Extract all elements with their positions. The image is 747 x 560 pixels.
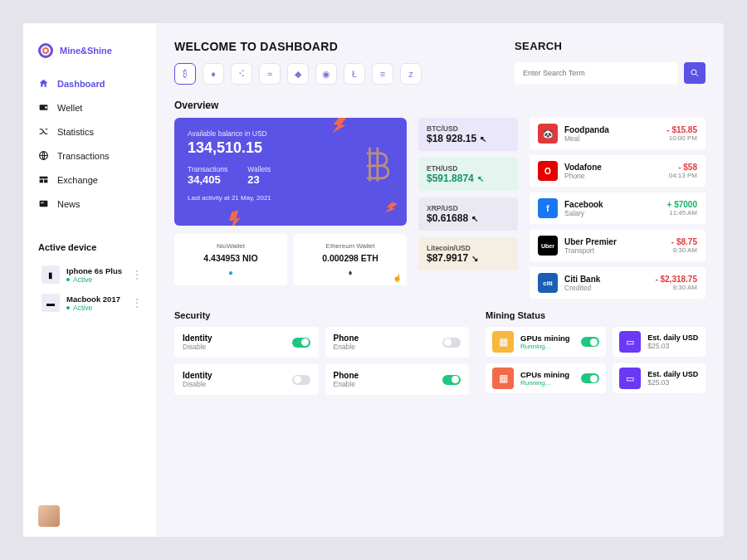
nav-news[interactable]: News	[38, 198, 146, 209]
tx-row[interactable]: 🐼FoodpandaMeal- $15.8510:00 PM	[530, 118, 706, 149]
tx-cat: Transport	[564, 246, 665, 255]
trend-up-icon: ↖	[480, 134, 486, 144]
tx-name: Foodpanda	[564, 125, 660, 134]
pair-eth[interactable]: ETH/USD $591.8874↖	[418, 158, 518, 191]
brand-logo-icon	[38, 43, 53, 58]
search-input[interactable]	[515, 62, 677, 84]
search-button[interactable]	[684, 62, 706, 84]
security-card[interactable]: IdentityDisable	[174, 327, 319, 358]
nav-exchange[interactable]: Exchange	[38, 174, 146, 185]
toggle[interactable]	[442, 375, 461, 385]
nav-label: Exchange	[57, 175, 98, 185]
wallet-value: 0.000298 ETH	[302, 253, 398, 263]
tx-cat: Meal	[564, 134, 660, 143]
brand-icon: Uber	[538, 236, 558, 256]
wallet-card-nio[interactable]: NioWallet 4.434953 NIO ●	[174, 234, 287, 285]
store-icon	[38, 174, 49, 185]
pair-value: $0.61688	[427, 212, 468, 224]
toggle[interactable]	[292, 338, 310, 348]
cash-icon: ▭	[619, 331, 641, 353]
pair-label: XRP/USD	[427, 204, 510, 212]
brand-icon: 🐼	[538, 124, 558, 144]
pair-label: ETH/USD	[427, 164, 510, 173]
security-card[interactable]: IdentityDisable	[174, 364, 319, 395]
pair-xrp[interactable]: XRP/USD $0.61688↖	[418, 197, 518, 231]
toggle[interactable]	[581, 373, 599, 383]
coin-chip-ltc[interactable]: Ł	[344, 63, 365, 85]
pair-ltc[interactable]: Litecoin/USD $87.9917↘	[418, 237, 518, 270]
nav-wallet[interactable]: Wellet	[38, 102, 146, 113]
mining-est-card[interactable]: ▭Est. daily USD$25.03	[613, 363, 706, 393]
device-item[interactable]: ▮ Iphone 6s Plus Active ⋮	[38, 261, 146, 289]
nav: Dashboard Wellet Statistics Transactions…	[38, 78, 146, 209]
nav-dashboard[interactable]: Dashboard	[38, 78, 146, 89]
coin-chip-share[interactable]: ⠪	[231, 63, 252, 85]
bolt-icon	[227, 210, 242, 226]
coin-chip-z[interactable]: z	[400, 63, 422, 85]
trend-up-icon: ↖	[471, 214, 478, 223]
security-name: Phone	[334, 371, 443, 380]
coin-chip-gem[interactable]: ◆	[287, 63, 309, 85]
toggle[interactable]	[581, 337, 599, 347]
tx-name: Uber Premier	[564, 237, 665, 246]
wallet-card-eth[interactable]: Ethereum Wallet 0.000298 ETH ♦ ☝	[294, 234, 407, 285]
brand: Mine&Shine	[38, 43, 146, 58]
tx-row[interactable]: OVodafonePhone- $5804:13 PM	[530, 155, 706, 187]
tx-time: 8:30 AM	[671, 246, 697, 254]
device-status: Active	[66, 304, 124, 312]
balance-label: Available balance in USD	[188, 129, 393, 138]
tx-time: 10:00 PM	[666, 134, 697, 142]
tx-row[interactable]: UberUber PremierTransport- $8.758:30 AM	[530, 230, 706, 261]
security-card[interactable]: PhoneEnable	[325, 364, 470, 395]
pair-value: $18 928.15	[427, 133, 476, 144]
welcome-title: WELCOME TO DASHBOARD	[174, 40, 481, 53]
mining-gpu-card[interactable]: ▦GPUs miningRunning...	[486, 327, 606, 357]
wallet-name: Ethereum Wallet	[302, 242, 398, 250]
security-sub: Disable	[183, 343, 292, 351]
wallet-name: NioWallet	[183, 242, 279, 250]
more-icon[interactable]: ⋮	[131, 273, 143, 276]
status-dot-icon	[66, 278, 70, 281]
device-item[interactable]: ▬ Macbook 2017 Active ⋮	[38, 289, 146, 317]
mining-heading: Mining Status	[486, 310, 706, 320]
security-card[interactable]: PhoneEnable	[325, 327, 470, 358]
balance-card[interactable]: Available balance in USD 134,510.15 Tran…	[174, 118, 407, 226]
tx-time: 8:30 AM	[655, 284, 697, 291]
tx-row[interactable]: citiCiti BankCredited- $2,318.758:30 AM	[530, 267, 706, 299]
toggle[interactable]	[292, 375, 310, 385]
home-icon	[38, 78, 49, 89]
tx-amount: - $2,318.75	[655, 275, 697, 284]
mining-sub: Running...	[520, 379, 569, 387]
device-name: Macbook 2017	[66, 295, 124, 304]
tx-row[interactable]: fFacebookSalary+ $700011:45 AM	[530, 192, 706, 224]
cash-icon: ▭	[619, 368, 641, 389]
tx-name: Facebook	[564, 200, 661, 209]
nav-statistics[interactable]: Statistics	[38, 126, 146, 137]
est-name: Est. daily USD	[647, 370, 698, 378]
chip-icon: ▦	[492, 368, 514, 389]
device-name: Iphone 6s Plus	[66, 266, 124, 275]
more-icon[interactable]: ⋮	[131, 301, 143, 304]
nav-label: Transactions	[57, 151, 110, 161]
mining-name: GPUs mining	[520, 334, 570, 343]
coin-chip-dash[interactable]: ≡	[372, 63, 393, 85]
avatar[interactable]	[38, 505, 60, 527]
svg-rect-6	[40, 201, 48, 207]
coin-chip-eth[interactable]: ♦	[203, 63, 224, 85]
transactions: 🐼FoodpandaMeal- $15.8510:00 PM OVodafone…	[530, 118, 706, 299]
pair-value: $591.8874	[427, 173, 474, 184]
coin-chip-btc[interactable]: ₿	[174, 63, 196, 85]
mining-name: CPUs mining	[520, 370, 569, 379]
pair-label: Litecoin/USD	[427, 244, 510, 252]
coin-chip-wave[interactable]: ≈	[259, 63, 281, 85]
mining-est-card[interactable]: ▭Est. daily USD$25.03	[613, 327, 706, 357]
svg-rect-4	[40, 180, 43, 183]
pair-btc[interactable]: BTC/USD $18 928.15↖	[418, 118, 518, 151]
svg-rect-5	[44, 180, 47, 183]
coin-chip-circle[interactable]: ◉	[315, 63, 337, 85]
security-heading: Security	[174, 310, 469, 320]
nav-transactions[interactable]: Transactions	[38, 150, 146, 161]
toggle[interactable]	[442, 338, 461, 348]
laptop-icon: ▬	[42, 294, 60, 312]
mining-cpu-card[interactable]: ▦CPUs miningRunning...	[486, 363, 606, 393]
